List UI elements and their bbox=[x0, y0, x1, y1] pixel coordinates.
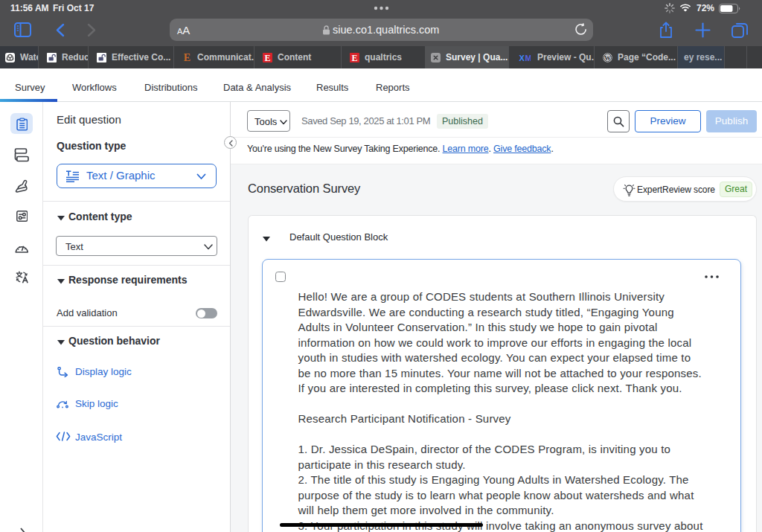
svg-text:X: X bbox=[519, 53, 525, 62]
svg-text:M: M bbox=[525, 53, 531, 62]
svg-text:E: E bbox=[184, 53, 190, 63]
svg-text:W: W bbox=[604, 54, 611, 61]
svg-text:E: E bbox=[351, 53, 357, 63]
svg-text:E: E bbox=[264, 53, 270, 63]
